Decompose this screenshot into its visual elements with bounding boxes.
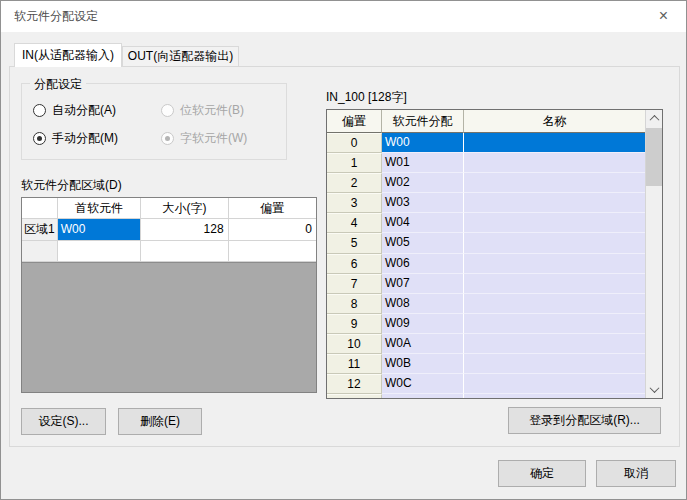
radio-label: 字软元件(W) <box>180 130 247 147</box>
scrollbar-up-icon[interactable] <box>646 110 662 127</box>
area-row-offset-cell[interactable]: 0 <box>229 219 316 241</box>
row-name-cell[interactable] <box>464 213 645 233</box>
area-table-row-2[interactable] <box>22 241 316 262</box>
area-row-offset-cell[interactable] <box>229 241 316 262</box>
row-name-cell[interactable] <box>464 334 645 354</box>
device-grid-row[interactable]: 5W05 <box>327 233 645 253</box>
device-grid-title: IN_100 [128字] <box>326 89 407 106</box>
row-device-cell[interactable]: W0A <box>382 334 464 354</box>
register-to-area-button[interactable]: 登录到分配区域(R)... <box>508 407 661 434</box>
row-name-cell[interactable] <box>464 394 645 398</box>
device-grid-row[interactable]: 7W07 <box>327 274 645 294</box>
area-header-offset: 偏置 <box>229 198 316 219</box>
area-row-size-cell[interactable]: 128 <box>141 219 228 241</box>
device-grid-row[interactable]: 10W0A <box>327 334 645 354</box>
scrollbar-thumb[interactable] <box>646 128 662 186</box>
cancel-button[interactable]: 取消 <box>596 460 676 487</box>
row-name-cell[interactable] <box>464 173 645 193</box>
device-grid-row[interactable]: 6W06 <box>327 254 645 274</box>
row-offset-cell[interactable]: 2 <box>327 173 382 193</box>
device-grid-row[interactable]: 0W00 <box>327 133 645 153</box>
row-name-cell[interactable] <box>464 374 645 394</box>
row-name-cell[interactable] <box>464 274 645 294</box>
device-grid-row[interactable]: 1W01 <box>327 153 645 173</box>
area-row-device-cell[interactable] <box>58 241 141 262</box>
row-device-cell[interactable]: W07 <box>382 274 464 294</box>
set-button[interactable]: 设定(S)... <box>21 408 106 435</box>
row-device-cell[interactable]: W00 <box>382 133 464 153</box>
row-offset-cell[interactable]: 9 <box>327 314 382 334</box>
row-name-cell[interactable] <box>464 153 645 173</box>
device-grid-row[interactable]: 8W08 <box>327 294 645 314</box>
chevron-up-icon <box>649 115 659 125</box>
group-title: 分配设定 <box>30 76 86 93</box>
row-name-cell[interactable] <box>464 354 645 374</box>
row-device-cell[interactable]: W09 <box>382 314 464 334</box>
radio-bit-device: 位软元件(B) <box>161 102 244 119</box>
radio-icon <box>161 132 174 145</box>
row-offset-cell[interactable]: 0 <box>327 133 382 153</box>
row-device-cell[interactable]: W0D <box>382 394 464 398</box>
device-grid-row[interactable]: 3W03 <box>327 193 645 213</box>
row-device-cell[interactable]: W0C <box>382 374 464 394</box>
device-allocation-dialog: 软元件分配设定 × IN(从适配器输入) OUT(向适配器输出) 分配设定 自动… <box>0 0 687 500</box>
grid-header-offset: 偏置 <box>327 110 382 133</box>
row-name-cell[interactable] <box>464 314 645 334</box>
radio-icon <box>33 132 46 145</box>
scrollbar-down-icon[interactable] <box>646 381 662 398</box>
area-table-filler <box>22 262 316 392</box>
row-name-cell[interactable] <box>464 133 645 153</box>
area-header-device: 首软元件 <box>58 198 141 219</box>
row-device-cell[interactable]: W03 <box>382 193 464 213</box>
vertical-scrollbar[interactable] <box>645 110 662 398</box>
row-offset-cell[interactable]: 8 <box>327 294 382 314</box>
device-grid-row[interactable]: 4W04 <box>327 213 645 233</box>
device-grid-row[interactable]: 11W0B <box>327 354 645 374</box>
row-name-cell[interactable] <box>464 294 645 314</box>
row-name-cell[interactable] <box>464 193 645 213</box>
device-grid-row[interactable]: 12W0C <box>327 374 645 394</box>
delete-button[interactable]: 删除(E) <box>118 408 202 435</box>
row-device-cell[interactable]: W02 <box>382 173 464 193</box>
radio-auto-allocation[interactable]: 自动分配(A) <box>33 102 116 119</box>
titlebar: 软元件分配设定 × <box>1 1 686 32</box>
radio-word-device: 字软元件(W) <box>161 130 247 147</box>
row-device-cell[interactable]: W08 <box>382 294 464 314</box>
tab-out[interactable]: OUT(向适配器输出) <box>122 46 239 66</box>
radio-icon <box>161 104 174 117</box>
device-grid-row[interactable]: 13W0D <box>327 394 645 398</box>
device-grid-body: 0W001W012W023W034W045W056W067W078W089W09… <box>327 133 645 398</box>
row-device-cell[interactable]: W0B <box>382 354 464 374</box>
row-offset-cell[interactable]: 4 <box>327 213 382 233</box>
allocation-area-table: 首软元件 大小(字) 偏置 区域1 W00 128 0 <box>21 197 317 393</box>
row-device-cell[interactable]: W06 <box>382 254 464 274</box>
area-row-size-cell[interactable] <box>141 241 228 262</box>
chevron-down-icon <box>649 383 659 393</box>
row-name-cell[interactable] <box>464 254 645 274</box>
area-table-row-1[interactable]: 区域1 W00 128 0 <box>22 219 316 241</box>
grid-header-name: 名称 <box>464 110 645 133</box>
row-offset-cell[interactable]: 11 <box>327 354 382 374</box>
row-offset-cell[interactable]: 13 <box>327 394 382 398</box>
device-grid-row[interactable]: 9W09 <box>327 314 645 334</box>
grid-header-device: 软元件分配 <box>382 110 464 133</box>
device-grid-row[interactable]: 2W02 <box>327 173 645 193</box>
radio-manual-allocation[interactable]: 手动分配(M) <box>33 130 118 147</box>
row-offset-cell[interactable]: 10 <box>327 334 382 354</box>
ok-button[interactable]: 确定 <box>498 460 586 487</box>
radio-icon <box>33 104 46 117</box>
row-device-cell[interactable]: W04 <box>382 213 464 233</box>
row-offset-cell[interactable]: 1 <box>327 153 382 173</box>
row-offset-cell[interactable]: 3 <box>327 193 382 213</box>
row-offset-cell[interactable]: 5 <box>327 233 382 253</box>
close-icon[interactable]: × <box>641 1 686 32</box>
area-row-name <box>22 241 58 262</box>
row-device-cell[interactable]: W05 <box>382 233 464 253</box>
row-offset-cell[interactable]: 6 <box>327 254 382 274</box>
row-name-cell[interactable] <box>464 233 645 253</box>
row-offset-cell[interactable]: 7 <box>327 274 382 294</box>
row-offset-cell[interactable]: 12 <box>327 374 382 394</box>
tab-in[interactable]: IN(从适配器输入) <box>14 43 122 67</box>
area-row-device-cell[interactable]: W00 <box>58 219 141 241</box>
row-device-cell[interactable]: W01 <box>382 153 464 173</box>
